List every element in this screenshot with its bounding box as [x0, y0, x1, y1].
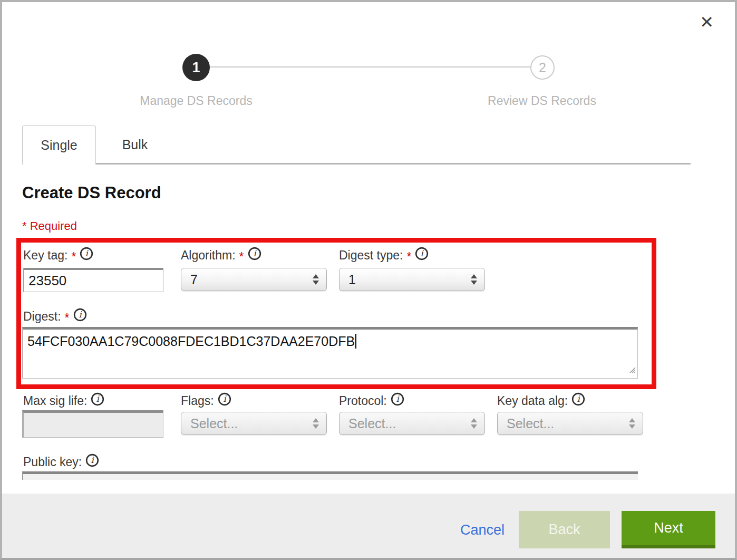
digest-type-label-text: Digest type:: [339, 248, 403, 263]
svg-text:i: i: [91, 455, 95, 465]
tab-bulk[interactable]: Bulk: [96, 125, 174, 163]
public-key-label-text: Public key:: [23, 455, 82, 469]
info-icon[interactable]: i: [80, 247, 93, 264]
close-icon[interactable]: ✕: [700, 14, 714, 31]
key-tag-label: Key tag: * i: [23, 247, 93, 264]
info-icon[interactable]: i: [85, 453, 99, 470]
page-title: Create DS Record: [22, 184, 161, 202]
svg-text:i: i: [253, 248, 257, 258]
required-asterisk: *: [406, 250, 411, 264]
max-sig-life-input[interactable]: [22, 410, 163, 438]
digest-label: Digest: * i: [23, 308, 87, 325]
select-spinner-icon: [471, 418, 477, 429]
flags-label-text: Flags:: [181, 394, 214, 408]
digest-type-label: Digest type: * i: [339, 247, 429, 264]
step-2-label: Review DS Records: [479, 94, 605, 108]
svg-text:i: i: [421, 248, 424, 258]
step-1-label: Manage DS Records: [133, 94, 259, 108]
max-sig-life-label: Max sig life: i: [23, 392, 104, 409]
key-data-alg-select[interactable]: Select...: [497, 412, 643, 435]
svg-text:i: i: [577, 394, 581, 404]
svg-text:i: i: [223, 394, 227, 404]
key-tag-input[interactable]: [23, 268, 163, 292]
protocol-label: Protocol: i: [339, 392, 404, 409]
info-icon[interactable]: i: [571, 392, 585, 409]
digest-value: 54FCF030AA1C79C0088FDEC1BD1C37DAA2E70DFB: [27, 334, 355, 349]
text-cursor: [355, 334, 356, 349]
resize-handle-icon[interactable]: [627, 361, 636, 376]
info-icon[interactable]: i: [415, 247, 429, 264]
key-data-alg-label-text: Key data alg:: [497, 394, 568, 408]
info-icon[interactable]: i: [391, 392, 404, 409]
digest-type-select[interactable]: 1: [339, 268, 485, 291]
protocol-label-text: Protocol:: [339, 394, 387, 408]
key-tag-label-text: Key tag:: [23, 248, 67, 263]
svg-text:i: i: [396, 394, 400, 404]
key-data-alg-select-value: Select...: [498, 416, 629, 431]
digest-textarea[interactable]: 54FCF030AA1C79C0088FDEC1BD1C37DAA2E70DFB: [22, 327, 638, 379]
info-icon[interactable]: i: [248, 247, 261, 264]
select-spinner-icon: [313, 274, 319, 285]
step-1-circle: 1: [182, 54, 210, 81]
modal-footer: Cancel Back Next: [0, 494, 737, 560]
next-button[interactable]: Next: [622, 511, 715, 548]
digest-type-select-value: 1: [340, 272, 471, 287]
info-icon[interactable]: i: [73, 308, 87, 325]
algorithm-label-text: Algorithm:: [181, 248, 236, 263]
svg-text:i: i: [96, 394, 100, 404]
required-note: * Required: [22, 219, 77, 233]
tab-single[interactable]: Single: [22, 125, 96, 165]
back-button[interactable]: Back: [519, 511, 610, 548]
protocol-select-value: Select...: [340, 416, 471, 431]
required-asterisk: *: [239, 250, 244, 264]
required-asterisk: *: [65, 311, 70, 325]
svg-text:i: i: [79, 310, 82, 320]
algorithm-select[interactable]: 7: [181, 268, 327, 291]
svg-text:i: i: [85, 248, 89, 258]
create-ds-record-modal: ✕ 1 2 Manage DS Records Review DS Record…: [0, 0, 737, 560]
select-spinner-icon: [629, 418, 635, 429]
flags-select[interactable]: Select...: [181, 412, 327, 435]
required-asterisk: *: [71, 250, 76, 264]
algorithm-label: Algorithm: * i: [181, 247, 261, 264]
digest-label-text: Digest:: [23, 310, 61, 324]
cancel-button[interactable]: Cancel: [460, 522, 505, 538]
select-spinner-icon: [471, 274, 477, 285]
public-key-label: Public key: i: [23, 453, 99, 470]
step-2-circle: 2: [530, 55, 555, 80]
flags-select-value: Select...: [181, 416, 313, 431]
key-data-alg-label: Key data alg: i: [497, 392, 585, 409]
stepper-connector-line: [210, 66, 530, 67]
max-sig-life-label-text: Max sig life:: [23, 394, 87, 408]
select-spinner-icon: [313, 418, 319, 429]
protocol-select[interactable]: Select...: [339, 412, 485, 435]
public-key-textarea[interactable]: [22, 471, 638, 480]
algorithm-select-value: 7: [181, 272, 313, 287]
flags-label: Flags: i: [181, 392, 231, 409]
info-icon[interactable]: i: [218, 392, 231, 409]
info-icon[interactable]: i: [91, 392, 104, 409]
